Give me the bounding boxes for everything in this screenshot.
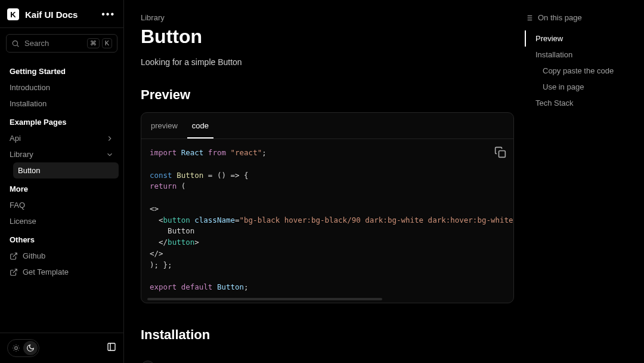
tab-code[interactable]: code — [187, 115, 213, 139]
section-example-pages: Example Pages — [5, 112, 119, 130]
dark-mode-button[interactable] — [23, 341, 38, 355]
toc-use-in-page[interactable]: Use in page — [525, 79, 644, 95]
toc-title: On this page — [538, 13, 582, 22]
copy-icon — [494, 146, 506, 158]
sidebar-header: K Kaif UI Docs ••• — [0, 0, 123, 28]
tab-preview[interactable]: preview — [146, 115, 182, 139]
copy-button[interactable] — [494, 146, 506, 158]
install-step-1: 1 Copy paste the code — [141, 361, 627, 363]
nav-api-label: Api — [10, 134, 21, 143]
svg-line-8 — [18, 350, 18, 350]
chevron-down-icon — [106, 150, 114, 159]
nav-introduction[interactable]: Introduction — [5, 79, 119, 96]
toc-tech-stack[interactable]: Tech Stack — [525, 95, 644, 111]
nav-installation[interactable]: Installation — [5, 96, 119, 112]
svg-line-3 — [13, 269, 17, 272]
panel-toggle-button[interactable] — [107, 342, 116, 354]
nav-faq[interactable]: FAQ — [5, 197, 119, 213]
installation-heading: Installation — [141, 327, 627, 343]
sidebar: K Kaif UI Docs ••• Search ⌘ K Getting St… — [0, 0, 124, 363]
nav-github-label: Github — [23, 251, 45, 260]
nav-license[interactable]: License — [5, 213, 119, 229]
step-number: 1 — [141, 361, 155, 363]
svg-point-0 — [13, 41, 17, 45]
list-icon — [525, 14, 533, 22]
nav-library-label: Library — [10, 150, 33, 159]
nav-get-template[interactable]: Get Template — [5, 264, 119, 280]
section-getting-started: Getting Started — [5, 61, 119, 79]
moon-icon — [26, 344, 35, 352]
nav-get-template-label: Get Template — [23, 267, 69, 276]
table-of-contents: On this page Preview Installation Copy p… — [525, 13, 644, 111]
external-link-icon — [10, 268, 18, 276]
nav-api[interactable]: Api — [5, 130, 119, 146]
toc-installation[interactable]: Installation — [525, 47, 644, 63]
svg-rect-15 — [499, 151, 506, 158]
code-preview-box: preview code import React from "react"; … — [141, 112, 514, 303]
svg-line-2 — [13, 253, 17, 256]
sidebar-nav: Getting Started Introduction Installatio… — [0, 55, 123, 333]
main-content: Library Button Looking for a simple Butt… — [124, 0, 644, 363]
svg-rect-13 — [108, 343, 115, 350]
more-menu-icon[interactable]: ••• — [101, 9, 115, 20]
logo-badge: K — [7, 8, 19, 20]
sun-icon — [12, 344, 20, 352]
sidebar-footer — [0, 333, 123, 363]
nav-github[interactable]: Github — [5, 248, 119, 264]
search-placeholder: Search — [24, 39, 49, 48]
kbd-k: K — [102, 38, 112, 48]
toc-header: On this page — [525, 13, 644, 22]
panel-icon — [107, 342, 116, 352]
chevron-right-icon — [106, 134, 114, 143]
app-title: Kaif UI Docs — [25, 10, 78, 20]
toc-copy-code[interactable]: Copy paste the code — [525, 63, 644, 79]
svg-line-7 — [14, 346, 14, 346]
nav-library-button[interactable]: Button — [13, 162, 119, 179]
section-more: More — [5, 179, 119, 197]
search-icon — [11, 39, 20, 48]
svg-line-11 — [14, 350, 14, 350]
theme-toggle[interactable] — [7, 339, 39, 357]
light-mode-button[interactable] — [9, 341, 23, 355]
kbd-cmd: ⌘ — [87, 38, 100, 48]
svg-line-12 — [18, 346, 18, 346]
search-input[interactable]: Search ⌘ K — [6, 34, 117, 53]
code-tabs: preview code — [141, 113, 513, 139]
toc-preview[interactable]: Preview — [525, 30, 644, 47]
section-others: Others — [5, 229, 119, 248]
external-link-icon — [10, 252, 18, 260]
code-area: import React from "react"; const Button … — [141, 139, 513, 303]
svg-point-4 — [15, 347, 18, 350]
nav-library[interactable]: Library — [5, 146, 119, 162]
svg-line-1 — [17, 45, 19, 47]
